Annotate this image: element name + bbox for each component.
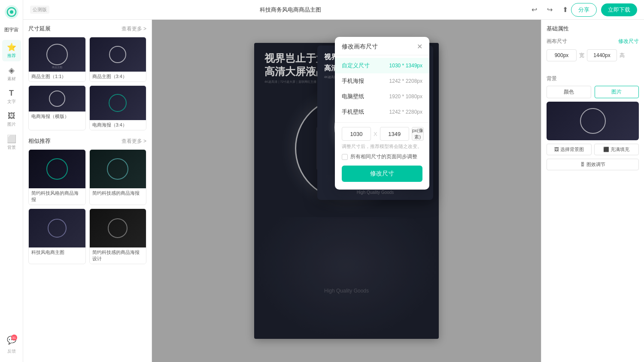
size-see-more[interactable]: 查看更多 >: [122, 25, 146, 33]
canvas-height-input[interactable]: [587, 49, 617, 61]
notification-area[interactable]: 💬 31: [7, 335, 16, 345]
undo-button[interactable]: ↩: [528, 4, 540, 16]
dialog-inputs: X px(像素) 调整尺寸后，推荐模型将会随之改变。 所有相同尺寸的页面同步调整…: [335, 122, 429, 190]
dialog-hint: 调整尺寸后，推荐模型将会随之改变。: [342, 143, 422, 150]
select-bg-button[interactable]: 🖼 选择背景图: [547, 144, 592, 155]
fill-label: 充满填充: [611, 147, 629, 152]
template-card-1[interactable]: 商品主图 商品主图（1:1）: [28, 37, 86, 82]
similar-templates-grid: 简约科技风格的商品海报 简约科技感的商品海报 科技风电商主图 简约科技感的商品海…: [28, 149, 146, 264]
select-bg-label: 选择背景图: [560, 147, 584, 152]
height-input[interactable]: [380, 127, 409, 141]
upload-button[interactable]: ⬆: [559, 4, 571, 16]
topbar: 公测版 科技商务风电商商品主图 ↩ ↪ ⬆ 分享 立即下载: [23, 0, 644, 20]
canvas-area: 视界岂止于大 高清大屏液晶电视 4K超高清｜72寸超大屏｜直联网红主播 计算 Y…: [152, 20, 541, 362]
sidebar-item-text[interactable]: T 文字: [2, 86, 21, 107]
right-panel-title: 基础属性: [547, 25, 639, 33]
similar-card-4[interactable]: 简约科技感的商品海报设计: [89, 208, 147, 264]
star-icon: ⭐: [7, 42, 16, 52]
topbar-right: 分享 立即下载: [571, 3, 637, 17]
app-badge: 公测版: [30, 6, 49, 14]
unit-selector[interactable]: px(像素): [412, 127, 424, 141]
sync-checkbox[interactable]: [342, 154, 348, 160]
size-section-title: 尺寸延展: [28, 25, 51, 33]
canvas-size-row: 画布尺寸 修改尺寸: [547, 38, 639, 45]
sidebar-label-image: 图片: [7, 121, 16, 127]
width-label: 宽: [579, 52, 584, 59]
app-logo[interactable]: [4, 4, 19, 21]
template-card-4[interactable]: 电商海报（3:4）: [89, 85, 147, 130]
sidebar: 图宇宙 ⭐ 推荐 ◈ 素材 T 文字 🖼 图片 ⬜ 背景 💬 31 反馈: [0, 0, 23, 362]
size-options-list: 自定义尺寸 1030 * 1349px 手机海报 1242 * 2208px 电…: [335, 55, 429, 122]
fill-button[interactable]: ⬛ 充满填充: [594, 144, 639, 155]
size-input-row: 宽 高: [547, 49, 639, 61]
download-button[interactable]: 立即下载: [601, 3, 637, 16]
image-icon: 🖼: [8, 112, 15, 121]
app-name: 图宇宙: [4, 27, 18, 33]
bg-image-option[interactable]: 图片: [595, 86, 639, 98]
canvas-width-input[interactable]: [547, 49, 577, 61]
size-option-phone-wallpaper[interactable]: 手机壁纸 1242 * 2280px: [335, 104, 429, 120]
custom-size-value: 1030 * 1349px: [389, 63, 422, 69]
sidebar-label-background: 背景: [7, 145, 16, 151]
dialog-close-button[interactable]: ✕: [417, 43, 422, 50]
similar-section-title: 相似推荐: [28, 137, 51, 145]
toolbar-actions: ↩ ↪ ⬆: [528, 4, 571, 16]
height-label: 高: [620, 52, 625, 59]
confirm-resize-button[interactable]: 修改尺寸: [342, 166, 422, 182]
width-input[interactable]: [342, 127, 371, 141]
bg-type-options: 颜色 图片: [547, 86, 639, 98]
similar-card-3[interactable]: 科技风电商主图: [28, 208, 86, 264]
sidebar-item-recommend[interactable]: ⭐ 推荐: [2, 40, 21, 61]
phone-poster-value: 1242 * 2208px: [389, 78, 422, 84]
size-option-phone-poster[interactable]: 手机海报 1242 * 2208px: [335, 73, 429, 89]
background-section: 背景 颜色 图片 🖼 选择背景图 ⬛ 充满填充 🎛: [547, 75, 639, 170]
bg-label: 背景: [547, 75, 639, 82]
dimension-x: X: [374, 131, 377, 137]
modify-size-link[interactable]: 修改尺寸: [618, 38, 639, 45]
template-card-2[interactable]: 商品主图（3:4）: [89, 37, 147, 82]
similar-name-1: 简约科技风格的商品海报: [29, 188, 85, 205]
bg-preview-inner: [580, 108, 606, 134]
template-name-2: 商品主图（3:4）: [90, 72, 146, 81]
effect-button[interactable]: 🎛 图效调节: [547, 159, 639, 170]
sidebar-label-text: 文字: [7, 99, 16, 105]
share-button[interactable]: 分享: [571, 3, 597, 17]
bg-color-option[interactable]: 颜色: [547, 86, 591, 98]
dialog-header: 修改画布尺寸 ✕: [335, 37, 429, 55]
sidebar-item-image[interactable]: 🖼 图片: [2, 109, 21, 130]
main-content: 尺寸延展 查看更多 > 商品主图 商品主图（1:1） 商品主图（3:4）: [23, 20, 644, 362]
select-bg-icon: 🖼: [554, 147, 560, 152]
phone-wallpaper-label: 手机壁纸: [342, 108, 364, 116]
desktop-label: 电脑壁纸: [342, 93, 364, 100]
template-name-4: 电商海报（3:4）: [90, 120, 146, 130]
redo-button[interactable]: ↪: [544, 4, 556, 16]
similar-see-more[interactable]: 查看更多 >: [122, 138, 146, 145]
similar-card-2[interactable]: 简约科技感的商品海报: [89, 149, 147, 205]
size-option-desktop[interactable]: 电脑壁纸 1920 * 1080px: [335, 89, 429, 104]
preview-hqg: High Quality Goods: [317, 190, 433, 195]
sidebar-item-material[interactable]: ◈ 素材: [2, 63, 21, 84]
phone-poster-label: 手机海报: [342, 77, 364, 85]
similar-name-2: 简约科技感的商品海报: [90, 188, 146, 198]
sidebar-label-material: 素材: [7, 76, 16, 82]
bg-preview: [547, 102, 639, 140]
effect-label: 图效调节: [586, 162, 605, 167]
size-option-custom[interactable]: 自定义尺寸 1030 * 1349px: [335, 58, 429, 73]
effect-icon: 🎛: [580, 162, 586, 167]
canvas-size-label: 画布尺寸: [547, 38, 567, 45]
dimension-input-row: X px(像素): [342, 127, 422, 141]
similar-name-3: 科技风电商主图: [29, 247, 85, 257]
sidebar-item-background[interactable]: ⬜ 背景: [2, 132, 21, 153]
similar-card-1[interactable]: 简约科技风格的商品海报: [28, 149, 86, 205]
desktop-value: 1920 * 1080px: [389, 94, 422, 100]
sync-row: 所有相同尺寸的页面同步调整: [342, 153, 422, 160]
material-icon: ◈: [9, 66, 15, 75]
app-title: 科技商务风电商商品主图: [53, 6, 528, 14]
similar-name-4: 简约科技感的商品海报设计: [90, 247, 146, 264]
thumb-label-1: 商品主图: [29, 66, 85, 69]
modal-overlay: 视界岂止于大 高清大屏液晶电视 4K超高清｜72寸超大屏｜直联网红主播 ⊕ YO…: [152, 20, 541, 362]
bg-icon: ⬜: [7, 134, 16, 144]
size-templates-grid: 商品主图 商品主图（1:1） 商品主图（3:4） 电商海报（横版）: [28, 37, 146, 130]
similar-section-header: 相似推荐 查看更多 >: [28, 137, 146, 145]
template-card-3[interactable]: 电商海报（横版）: [28, 85, 86, 130]
